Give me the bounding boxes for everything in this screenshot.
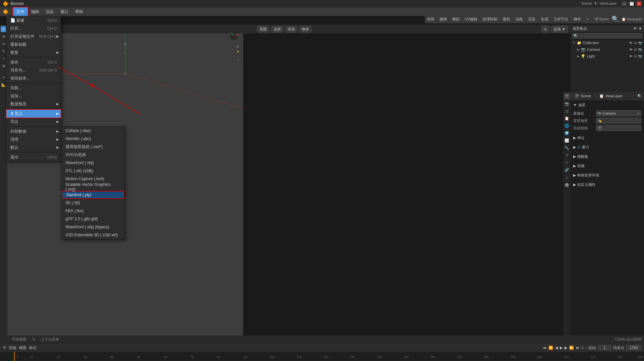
units-section[interactable]: ▶ 单位 (571, 133, 644, 142)
import-3d[interactable]: 3D (.30) (61, 199, 124, 207)
props-icon-material[interactable]: ⬤ (564, 181, 570, 188)
outliner-filter-icon[interactable]: ▼ (638, 26, 642, 30)
import-usd[interactable]: 通用场景描述 (.usd*) (61, 143, 124, 151)
menu-save-copy[interactable]: 保存副本... (6, 74, 61, 82)
scene-props-search[interactable]: 🔍 (637, 94, 642, 98)
props-icon-render[interactable]: 📷 (564, 100, 570, 107)
custom-props-section[interactable]: ▶ 自定义属性 (571, 180, 644, 189)
outliner-view-icon[interactable]: 👁 (633, 26, 637, 30)
timeline-prev-frame[interactable]: ◀ (555, 346, 558, 350)
workspace-tab-sculpt[interactable]: 雕刻 (450, 16, 462, 22)
timeline-jump-end[interactable]: ⏭ (576, 346, 580, 350)
active-clip-value[interactable]: 🎬 (596, 125, 641, 131)
menu-open[interactable]: 打开... Ctrl O (6, 24, 61, 32)
render-icon[interactable]: 📷 (638, 41, 642, 45)
eye-icon[interactable]: 👁 (629, 41, 633, 45)
workspace-tab-texture-paint[interactable]: 纹理绘制 (481, 16, 499, 22)
gravity-checkbox[interactable]: ☑ (577, 145, 581, 149)
menu-data-preview[interactable]: 数据预览 (6, 100, 61, 108)
menu-quit[interactable]: 退出 Ctrl Q (6, 153, 61, 161)
camera-eye-icon[interactable]: 👁 (629, 48, 633, 51)
viewport-overlay-icon[interactable]: ⊙ (541, 26, 549, 32)
menu-import[interactable]: ⬇ 导入 (6, 110, 61, 118)
menu-defaults[interactable]: 默认 (6, 143, 61, 151)
props-icon-scene-settings[interactable]: 🌐 (564, 122, 570, 129)
viewport-add-menu[interactable]: 添加 (285, 26, 297, 32)
timeline-play[interactable]: ▶ (560, 346, 562, 350)
menu-reload[interactable]: 重新加载 (6, 40, 61, 48)
workspace-tab-uv[interactable]: UV编辑 (463, 16, 479, 22)
scene-tab[interactable]: 🎬 Scene (573, 92, 593, 100)
menu-item-edit[interactable]: 编辑 (28, 7, 42, 16)
import-x3d[interactable]: X3D Extensible 3D (.x3d/.wrl) (61, 231, 124, 239)
menu-recover[interactable]: 恢复 (6, 48, 61, 56)
light-viewport-icon[interactable]: ⊙ (634, 54, 637, 58)
timeline-next-frame[interactable]: ▶ (565, 346, 567, 350)
outliner-item-collection[interactable]: ▼ 📁 Collection 👁 ⊙ 📷 (571, 39, 644, 46)
props-icon-particles[interactable]: ✦ (564, 152, 570, 158)
menu-save[interactable]: 保存 Ctrl S (6, 58, 61, 66)
minimize-button[interactable]: — (622, 1, 627, 6)
camera-clear-btn[interactable]: ✕ (637, 112, 640, 115)
props-icon-data[interactable]: △ (564, 174, 570, 180)
viewport-view-menu[interactable]: 视图 (257, 26, 269, 32)
menu-open-recent[interactable]: 打开近期文件 Shift Ctrl O (6, 32, 61, 40)
props-icon-modifier[interactable]: 🔧 (564, 144, 570, 151)
menu-export[interactable]: 导出 (6, 118, 61, 126)
import-stl[interactable]: STL (.stl) (试验) (61, 167, 124, 175)
menu-item-file[interactable]: 文件 (13, 7, 28, 16)
camera-value[interactable]: 📷 Camera ✕ (596, 110, 641, 116)
import-obj-legacy[interactable]: Wavefront (.obj) (legacy) (61, 223, 124, 231)
search-icon[interactable]: 🔍 (637, 94, 642, 98)
workspace-tab-layout[interactable]: 布局 (425, 16, 436, 22)
menu-clean[interactable]: 清理 (6, 135, 61, 143)
menu-append[interactable]: 追加... (6, 92, 61, 100)
workspace-tab-add[interactable]: + (584, 16, 590, 22)
props-icon-physics[interactable]: ⚛ (564, 159, 570, 166)
workspace-tab-scripting[interactable]: 脚本 (572, 16, 583, 22)
menu-item-window[interactable]: 窗口 (57, 7, 72, 16)
import-svg-stroke[interactable]: SVG为笔画 (61, 151, 124, 159)
timeline-mode-btn[interactable]: ⏱ (3, 346, 6, 350)
start-frame-input[interactable] (598, 345, 611, 350)
menu-external-data[interactable]: 外部数据 (6, 127, 61, 135)
import-collada[interactable]: Collada (.dae) (61, 127, 124, 135)
props-icon-constraints[interactable]: 🔗 (564, 166, 570, 173)
viewport-select-menu[interactable]: 选择 (271, 26, 283, 32)
import-svg[interactable]: Scalable Vector Graphics (.svg) (61, 183, 124, 191)
viewport-shading-options[interactable]: 选项 ▼ (551, 26, 568, 32)
props-icon-world[interactable]: 🌍 (564, 130, 570, 136)
menu-new[interactable]: 📄 新建 Ctrl N (6, 16, 61, 24)
import-fbx[interactable]: FBX (.fbx) (61, 207, 124, 215)
timeline-scrubber[interactable]: 1 10 20 30 40 50 60 70 80 90 100 110 120… (0, 352, 644, 361)
menu-item-help[interactable]: 帮助 (72, 7, 87, 16)
workspace-tab-modeling[interactable]: 建模 (438, 16, 449, 22)
props-icon-view-layer[interactable]: 📋 (564, 115, 570, 122)
workspace-tab-animation[interactable]: 动画 (513, 16, 525, 22)
keying-section[interactable]: ▶ 插帧集 (571, 152, 644, 161)
camera-viewport-icon[interactable]: ⊙ (634, 48, 637, 51)
timeline-prev-key[interactable]: ⏪ (548, 346, 553, 350)
props-icon-object[interactable]: ⬜ (564, 137, 570, 144)
timeline-jump-start[interactable]: ⏮ (543, 346, 546, 350)
rigid-body-section[interactable]: ▶ 刚体世界环境 (571, 170, 644, 180)
gravity-section[interactable]: ▶ ☑ 重力 (571, 142, 644, 152)
props-icon-scene[interactable]: 🎬 (564, 93, 570, 100)
import-stanford-ply[interactable]: Stanford (.ply) (61, 191, 124, 199)
toolbar-search-icon[interactable]: 🔍 (612, 15, 619, 23)
props-icon-output[interactable]: 🖨 (564, 108, 570, 114)
background-value[interactable]: 🎭 (596, 118, 641, 124)
workspace-tab-geometry-nodes[interactable]: 几何节点 (551, 16, 570, 22)
outliner-search-input[interactable] (572, 33, 643, 38)
viewport-object-menu[interactable]: 物体 (299, 26, 311, 32)
close-button[interactable]: ✕ (637, 1, 641, 6)
camera-render-icon[interactable]: 📷 (638, 48, 642, 51)
audio-section[interactable]: ▶ 音频 (571, 161, 644, 170)
menu-link[interactable]: 关联... (6, 84, 61, 92)
outliner-item-light[interactable]: ▶ 💡 Light 👁 ⊙ 📷 (571, 53, 644, 59)
light-eye-icon[interactable]: 👁 (629, 54, 633, 58)
timeline-next-key[interactable]: ⏩ (569, 346, 574, 350)
import-obj[interactable]: Wavefront (.obj) (61, 159, 124, 167)
import-gltf[interactable]: glTF 2.0 (.glb/.gltf) (61, 215, 124, 223)
import-alembic[interactable]: Alembic (.abc) (61, 135, 124, 143)
